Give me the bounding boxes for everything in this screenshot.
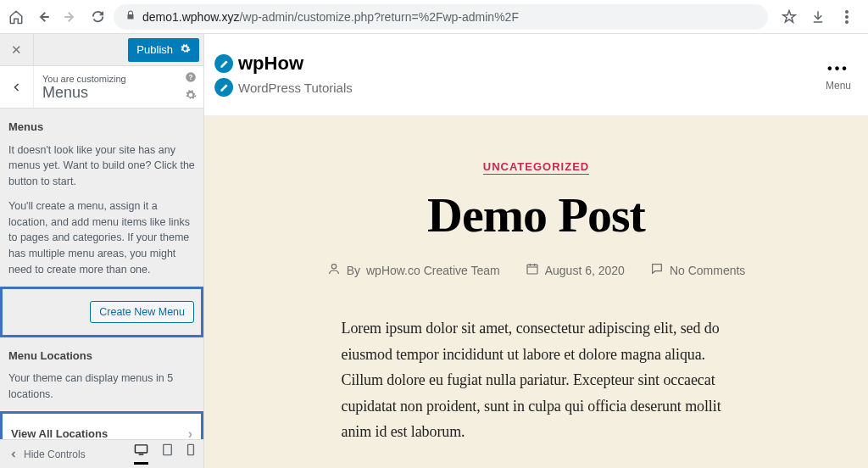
- user-icon: [327, 262, 341, 278]
- meta-date[interactable]: August 6, 2020: [526, 262, 625, 278]
- edit-tagline-icon[interactable]: [214, 78, 233, 97]
- browser-toolbar: demo1.wphow.xyz/wp-admin/customize.php?r…: [0, 0, 868, 34]
- post-date: August 6, 2020: [545, 264, 625, 277]
- svg-rect-10: [527, 265, 537, 274]
- comments-text: No Comments: [670, 264, 745, 277]
- desktop-device-icon[interactable]: [134, 443, 148, 465]
- device-switcher: [134, 443, 195, 465]
- url-bar[interactable]: demo1.wphow.xyz/wp-admin/customize.php?r…: [114, 4, 768, 30]
- post-content: Lorem ipsum dolor sit amet, consectetur …: [342, 315, 732, 445]
- panel-body: Menus It doesn't look like your site has…: [0, 109, 203, 467]
- nav-buttons: [8, 9, 105, 25]
- home-icon[interactable]: [8, 9, 24, 25]
- menu-toggle[interactable]: ••• Menu: [826, 53, 858, 92]
- publish-label: Publish: [136, 43, 173, 56]
- locations-section-title: Menu Locations: [8, 348, 195, 365]
- svg-rect-8: [188, 444, 194, 454]
- post-title: Demo Post: [291, 187, 782, 243]
- gear-icon: [180, 43, 191, 57]
- create-menu-block: Create New Menu: [0, 287, 203, 337]
- site-title[interactable]: wpHow: [238, 53, 303, 75]
- publish-button[interactable]: Publish: [128, 38, 199, 62]
- svg-point-0: [845, 10, 849, 14]
- main-content: ✕ Publish You are customizing Menus ?: [0, 34, 868, 468]
- tablet-device-icon[interactable]: [162, 443, 173, 465]
- by-label: By: [347, 264, 360, 277]
- more-icon[interactable]: [839, 9, 854, 25]
- panel-back-button[interactable]: [0, 66, 34, 108]
- meta-author[interactable]: By wpHow.co Creative Team: [327, 262, 500, 278]
- post-area: UNCATEGORIZED Demo Post By wpHow.co Crea…: [204, 116, 868, 468]
- author-name: wpHow.co Creative Team: [366, 264, 500, 277]
- site-tagline: WordPress Tutorials: [238, 81, 353, 95]
- panel-header: You are customizing Menus ?: [0, 66, 203, 109]
- star-icon[interactable]: [782, 9, 797, 25]
- site-branding: wpHow WordPress Tutorials: [214, 53, 353, 97]
- url-text: demo1.wphow.xyz/wp-admin/customize.php?r…: [142, 10, 519, 24]
- menus-desc-2: You'll create a menu, assign it a locati…: [8, 198, 195, 278]
- download-icon[interactable]: [810, 9, 826, 25]
- close-customizer-button[interactable]: ✕: [0, 34, 34, 66]
- svg-text:?: ?: [189, 74, 193, 81]
- svg-rect-6: [139, 454, 144, 454]
- svg-point-2: [845, 20, 849, 24]
- menus-section-title: Menus: [8, 119, 195, 136]
- post-inner: UNCATEGORIZED Demo Post By wpHow.co Crea…: [291, 159, 782, 445]
- hide-controls-button[interactable]: Hide Controls: [8, 448, 86, 460]
- customizer-sidebar: ✕ Publish You are customizing Menus ?: [0, 34, 204, 468]
- menus-desc-1: It doesn't look like your site has any m…: [8, 142, 195, 190]
- svg-point-1: [845, 15, 849, 19]
- menu-label: Menu: [826, 80, 851, 92]
- post-meta: By wpHow.co Creative Team August 6, 2020: [291, 262, 782, 278]
- calendar-icon: [526, 262, 539, 278]
- browser-right-icons: [776, 9, 860, 25]
- svg-rect-7: [164, 444, 172, 454]
- settings-icon[interactable]: [185, 89, 197, 103]
- lock-icon: [125, 10, 136, 23]
- panel-titles: You are customizing Menus ?: [34, 66, 203, 108]
- dots-icon: •••: [827, 61, 849, 76]
- site-preview: wpHow WordPress Tutorials ••• Menu UNCAT…: [204, 34, 868, 468]
- comment-icon: [650, 262, 664, 278]
- back-icon[interactable]: [36, 9, 51, 25]
- customizing-label: You are customizing: [42, 74, 195, 84]
- reload-icon[interactable]: [90, 9, 105, 25]
- mobile-device-icon[interactable]: [186, 443, 195, 465]
- hide-controls-label: Hide Controls: [24, 448, 86, 460]
- panel-name: Menus: [42, 85, 195, 100]
- help-icon[interactable]: ?: [185, 71, 197, 86]
- svg-rect-5: [135, 445, 147, 453]
- svg-point-9: [331, 265, 336, 269]
- create-new-menu-button[interactable]: Create New Menu: [90, 301, 194, 323]
- site-header: wpHow WordPress Tutorials ••• Menu: [204, 34, 868, 116]
- customizer-footer: Hide Controls: [0, 439, 203, 468]
- edit-title-icon[interactable]: [214, 54, 233, 73]
- customizer-topbar: ✕ Publish: [0, 34, 203, 66]
- locations-desc: Your theme can display menus in 5 locati…: [8, 370, 195, 403]
- forward-icon[interactable]: [63, 9, 78, 25]
- meta-comments[interactable]: No Comments: [650, 262, 745, 278]
- post-category[interactable]: UNCATEGORIZED: [483, 160, 589, 175]
